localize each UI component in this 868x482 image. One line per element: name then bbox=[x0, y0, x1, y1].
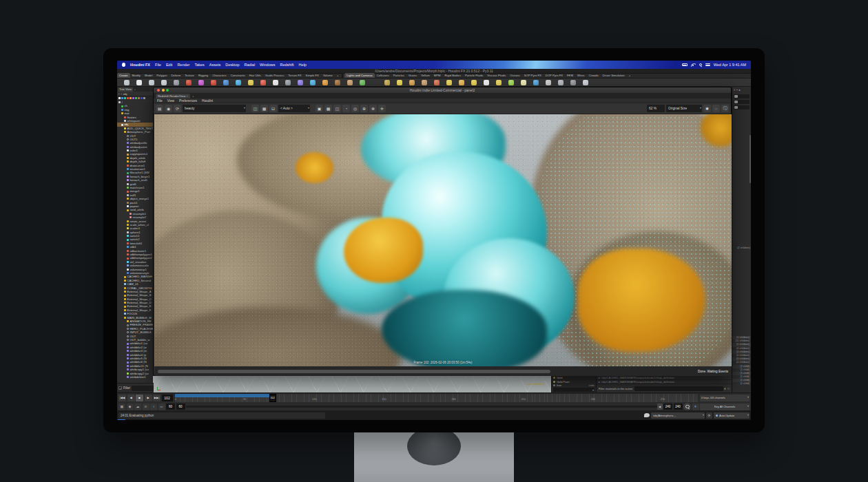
shelf-tool-icon[interactable] bbox=[570, 80, 576, 85]
shading-mode-icons[interactable]: ◐ ○ bbox=[725, 386, 730, 390]
shelf-tool-icon[interactable] bbox=[384, 80, 390, 85]
shelf-tab-wires[interactable]: Wires bbox=[575, 73, 587, 78]
material-palette-dropdown[interactable] bbox=[553, 388, 595, 392]
lock-icon[interactable]: ▣ bbox=[316, 105, 323, 112]
search-icon[interactable] bbox=[699, 63, 702, 66]
battery-icon[interactable] bbox=[682, 63, 688, 66]
shelf-tool-icon[interactable] bbox=[161, 80, 167, 85]
shelf-tool-icon[interactable] bbox=[397, 80, 402, 85]
fit-icon[interactable]: ⊗ bbox=[369, 105, 377, 112]
aov-dropdown[interactable]: beauty bbox=[183, 105, 246, 112]
shelf-tab-rigid-bodies[interactable]: Rigid Bodies bbox=[443, 73, 464, 78]
menubar-item-windows[interactable]: Windows bbox=[260, 63, 275, 67]
shelf-tab-terrain-fx[interactable]: Terrain FX bbox=[286, 73, 303, 78]
shelf-tool-icon[interactable] bbox=[533, 80, 539, 85]
shelf-tool-icon[interactable] bbox=[285, 80, 291, 85]
audio-icon[interactable]: ≀ bbox=[150, 404, 157, 410]
render-menu-file[interactable]: File bbox=[157, 99, 163, 103]
current-frame-field[interactable]: 102 bbox=[162, 395, 173, 401]
shelf-tab-collisions[interactable]: Collisions bbox=[375, 73, 391, 78]
range-end-field[interactable]: 240 bbox=[663, 404, 672, 410]
menubar-item-radial[interactable]: Radial bbox=[245, 63, 256, 67]
shelf-tab-fem[interactable]: FEM bbox=[565, 73, 575, 78]
shelf-tab-particles[interactable]: Particles bbox=[391, 73, 406, 78]
menubar-item-help[interactable]: Help bbox=[299, 63, 307, 67]
target-icon[interactable]: ◎ bbox=[351, 105, 359, 112]
shelf-tool-icon[interactable] bbox=[322, 80, 328, 85]
apple-icon[interactable] bbox=[122, 63, 125, 67]
shelf-tab-crowds[interactable]: Crowds bbox=[587, 73, 601, 78]
shelf-tab-constraints[interactable]: Constraints bbox=[229, 73, 247, 78]
background-icon[interactable]: ▦ bbox=[260, 105, 268, 112]
open-snapshot-icon[interactable]: ▤ bbox=[156, 105, 163, 112]
pan-icon[interactable]: ✛ bbox=[378, 105, 386, 112]
control-center-icon[interactable] bbox=[705, 63, 710, 67]
shelf-tab-grains[interactable]: Grains bbox=[406, 73, 419, 78]
menubar-item-takes[interactable]: Takes bbox=[194, 63, 204, 67]
image-size-dropdown[interactable]: Original Size bbox=[666, 105, 702, 112]
shelf-tab-characters[interactable]: Characters bbox=[210, 73, 228, 78]
render-menu-houdini[interactable]: Houdini bbox=[202, 99, 213, 103]
tab-redshift-renderview[interactable]: Redshift RenderView bbox=[156, 94, 190, 98]
shelf-tool-icon[interactable] bbox=[136, 80, 142, 85]
jump-start-button[interactable]: |◀◀ bbox=[118, 395, 126, 401]
scoped-channels-icon[interactable]: ≡ bbox=[692, 404, 699, 410]
shelf-tab-viscous-fluids[interactable]: Viscous Fluids bbox=[485, 73, 508, 78]
menubar-item-desktop[interactable]: Desktop bbox=[225, 63, 239, 67]
shelf-tool-icon[interactable] bbox=[583, 80, 588, 85]
shelf-tool-icon[interactable] bbox=[546, 80, 551, 85]
shelf-tool-icon[interactable] bbox=[211, 80, 216, 85]
menu-icon[interactable]: ≡ bbox=[734, 88, 735, 92]
grid-icon[interactable]: ▦ bbox=[324, 105, 332, 112]
recook-icon[interactable]: ⟳ bbox=[706, 412, 712, 419]
keys-dropdown[interactable]: 0 keys, 0/0 channels bbox=[700, 395, 750, 401]
shelf-tool-icon[interactable] bbox=[298, 80, 303, 85]
right-panel-field[interactable] bbox=[734, 100, 750, 104]
filter-checkbox[interactable]: ✓ bbox=[118, 386, 122, 390]
shelf-tab-particle-fluids[interactable]: Particle Fluids bbox=[463, 73, 485, 78]
shelf-tab-dop-pyro-fx[interactable]: DOP Pyro FX bbox=[544, 73, 565, 78]
shelf-tab--[interactable]: + bbox=[335, 73, 340, 78]
info-icon[interactable]: ⓘ bbox=[721, 105, 729, 112]
refresh-icon[interactable]: ⟳ bbox=[174, 105, 181, 112]
checker-icon[interactable]: ◫ bbox=[333, 105, 341, 112]
menubar-item-file[interactable]: File bbox=[155, 63, 161, 67]
message-bubble-icon[interactable] bbox=[644, 413, 650, 417]
compare-ab-icon[interactable]: ◫ bbox=[251, 105, 259, 112]
shelf-tool-icon[interactable] bbox=[223, 80, 229, 85]
shelf-tab-driver-simulation[interactable]: Driver Simulation bbox=[601, 73, 627, 78]
shelf-tab-deform[interactable]: Deform bbox=[169, 73, 183, 78]
menubar-item-edit[interactable]: Edit bbox=[166, 63, 172, 67]
shelf-tool-icon[interactable] bbox=[521, 80, 526, 85]
shelf-tool-icon[interactable] bbox=[459, 80, 464, 85]
shelf-tab-oceans[interactable]: Oceans bbox=[508, 73, 521, 78]
shelf-tab-guide-process[interactable]: Guide Process bbox=[263, 73, 286, 78]
back-icon[interactable]: ‹ bbox=[118, 92, 119, 96]
expand-arrow-icon[interactable]: ▸ bbox=[599, 376, 600, 379]
render-window-titlebar[interactable]: Houdini Indie Limited-Commercial - panel… bbox=[154, 87, 731, 93]
shelf-tool-icon[interactable] bbox=[174, 80, 179, 85]
filter-input[interactable] bbox=[132, 386, 154, 391]
shelf-tool-icon[interactable] bbox=[248, 80, 254, 85]
context-path-dropdown[interactable]: /obj/Atmospheric... bbox=[651, 412, 705, 419]
zoom-level-field[interactable]: 62 % bbox=[647, 105, 665, 112]
step-back-button[interactable]: ◀ bbox=[127, 395, 135, 401]
tab-tree-view[interactable]: Tree View bbox=[118, 87, 133, 92]
auto-update-dropdown[interactable]: Auto Update bbox=[714, 412, 750, 419]
shelf-tool-icon[interactable] bbox=[496, 80, 502, 85]
right-panel-field[interactable] bbox=[734, 105, 750, 109]
shelf-tab-modify[interactable]: Modify bbox=[130, 73, 143, 78]
shelf-tool-icon[interactable] bbox=[260, 80, 266, 85]
shelf-tool-icon[interactable] bbox=[236, 80, 241, 85]
scene-viewport-strip[interactable]: main_bubbles bbox=[153, 376, 551, 392]
shelf-tab--[interactable]: + bbox=[627, 73, 632, 78]
shelf-tool-icon[interactable] bbox=[484, 80, 489, 85]
shelf-tool-icon[interactable] bbox=[409, 80, 415, 85]
shelf-tool-icon[interactable] bbox=[508, 80, 514, 85]
shelf-tool-icon[interactable] bbox=[471, 80, 477, 85]
stop-button[interactable]: ■ bbox=[136, 395, 143, 401]
shelf-tab-texture[interactable]: Texture bbox=[183, 73, 196, 78]
shelf-tool-icon[interactable] bbox=[186, 80, 192, 85]
menubar-clock[interactable]: Wed Apr 1 9:41 AM bbox=[714, 63, 746, 67]
shelf-tab-rigging[interactable]: Rigging bbox=[196, 73, 210, 78]
